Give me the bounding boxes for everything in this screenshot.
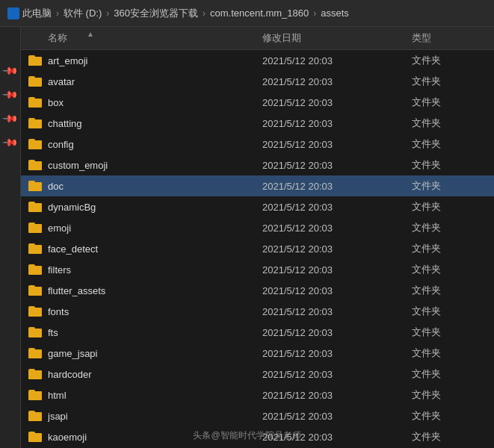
table-row[interactable]: fonts2021/5/12 20:03文件夹 <box>21 301 494 322</box>
file-name: avatar <box>48 76 75 87</box>
file-type: 文件夹 <box>412 75 487 88</box>
column-type-header[interactable]: 类型 <box>412 31 487 45</box>
file-type: 文件夹 <box>412 116 487 130</box>
file-name: filters <box>48 264 71 276</box>
sort-arrow-icon: ▲ <box>87 30 94 38</box>
folder-icon <box>28 160 42 170</box>
file-name: art_emoji <box>48 55 87 66</box>
file-date: 2021/5/12 20:03 <box>262 181 412 192</box>
folder-icon <box>28 139 42 149</box>
folder-icon <box>28 181 42 191</box>
table-row[interactable]: config2021/5/12 20:03文件夹 <box>21 134 494 155</box>
folder-icon <box>28 411 42 421</box>
table-row[interactable]: art_emoji2021/5/12 20:03文件夹 <box>21 50 494 71</box>
file-type: 文件夹 <box>412 346 487 360</box>
file-type: 文件夹 <box>412 326 487 339</box>
file-type: 文件夹 <box>412 96 487 109</box>
table-row[interactable]: dynamicBg2021/5/12 20:03文件夹 <box>21 196 494 217</box>
file-type: 文件夹 <box>412 388 487 402</box>
file-name: config <box>48 139 74 150</box>
file-date: 2021/5/12 20:03 <box>262 223 412 234</box>
breadcrumb-item-drive[interactable]: 软件 (D:) <box>64 7 102 20</box>
column-name-header[interactable]: 名称 <box>28 31 262 45</box>
file-type: 文件夹 <box>412 263 487 276</box>
table-row[interactable]: avatar2021/5/12 20:03文件夹 <box>21 71 494 92</box>
breadcrumb-item-computer[interactable]: 此电脑 <box>22 7 52 20</box>
file-name: dynamicBg <box>48 202 96 213</box>
folder-icon <box>28 118 42 128</box>
file-date: 2021/5/12 20:03 <box>262 411 412 422</box>
table-row[interactable]: game_jsapi2021/5/12 20:03文件夹 <box>21 343 494 364</box>
file-type: 文件夹 <box>412 179 487 193</box>
pin-icon-3[interactable]: 📌 <box>1 109 19 126</box>
file-name: html <box>48 390 67 401</box>
pin-icon-2[interactable]: 📌 <box>1 85 19 102</box>
folder-icon <box>28 264 42 275</box>
sidebar: 📌 📌 📌 📌 <box>0 27 21 448</box>
breadcrumb-item-assets[interactable]: assets <box>321 7 349 19</box>
file-name: doc <box>48 181 64 192</box>
file-area: 名称 ▲ 修改日期 类型 art_emoji2021/5/12 20:03文件夹… <box>21 27 494 448</box>
file-date: 2021/5/12 20:03 <box>262 55 412 66</box>
folder-icon <box>28 243 42 254</box>
folder-icon <box>28 223 42 233</box>
table-row[interactable]: hardcoder2021/5/12 20:03文件夹 <box>21 364 494 385</box>
table-row[interactable]: chatting2021/5/12 20:03文件夹 <box>21 113 494 134</box>
folder-icon <box>28 369 42 379</box>
folder-icon <box>28 55 42 66</box>
file-date: 2021/5/12 20:03 <box>262 264 412 276</box>
file-name: box <box>48 97 64 108</box>
computer-icon <box>7 7 19 19</box>
column-headers: 名称 ▲ 修改日期 类型 <box>21 27 494 50</box>
breadcrumb-separator: › <box>203 8 206 19</box>
file-name: kaoemoji <box>48 432 87 443</box>
file-name: fonts <box>48 306 69 317</box>
file-date: 2021/5/12 20:03 <box>262 139 412 150</box>
file-date: 2021/5/12 20:03 <box>262 202 412 213</box>
table-row[interactable]: html2021/5/12 20:03文件夹 <box>21 385 494 405</box>
table-row[interactable]: box2021/5/12 20:03文件夹 <box>21 92 494 113</box>
folder-icon <box>28 76 42 87</box>
file-name: emoji <box>48 223 71 234</box>
file-date: 2021/5/12 20:03 <box>262 76 412 87</box>
table-row[interactable]: custom_emoji2021/5/12 20:03文件夹 <box>21 155 494 175</box>
pin-icon-4[interactable]: 📌 <box>1 133 19 150</box>
file-type: 文件夹 <box>412 158 487 172</box>
file-type: 文件夹 <box>412 200 487 214</box>
file-name: hardcoder <box>48 369 92 380</box>
file-list: art_emoji2021/5/12 20:03文件夹avatar2021/5/… <box>21 50 494 448</box>
file-date: 2021/5/12 20:03 <box>262 348 412 359</box>
breadcrumb-separator: › <box>313 8 316 19</box>
file-date: 2021/5/12 20:03 <box>262 432 412 443</box>
folder-icon <box>28 327 42 337</box>
file-date: 2021/5/12 20:03 <box>262 118 412 129</box>
table-row[interactable]: flutter_assets2021/5/12 20:03文件夹 <box>21 280 494 301</box>
pin-icon-1[interactable]: 📌 <box>1 61 19 78</box>
file-date: 2021/5/12 20:03 <box>262 306 412 317</box>
table-row[interactable]: filters2021/5/12 20:03文件夹 <box>21 259 494 280</box>
table-row[interactable]: kaoemoji2021/5/12 20:03文件夹 <box>21 426 494 447</box>
column-date-header[interactable]: 修改日期 <box>262 31 412 45</box>
table-row[interactable]: jsapi2021/5/12 20:03文件夹 <box>21 405 494 426</box>
folder-icon <box>28 202 42 212</box>
file-type: 文件夹 <box>412 367 487 381</box>
table-row[interactable]: doc2021/5/12 20:03文件夹 <box>21 175 494 196</box>
file-date: 2021/5/12 20:03 <box>262 327 412 338</box>
breadcrumb-bar: 此电脑 › 软件 (D:) › 360安全浏览器下载 › com.tencent… <box>0 0 494 27</box>
breadcrumb-item-browser[interactable]: 360安全浏览器下载 <box>114 7 198 20</box>
table-row[interactable]: emoji2021/5/12 20:03文件夹 <box>21 217 494 238</box>
table-row[interactable]: face_detect2021/5/12 20:03文件夹 <box>21 238 494 259</box>
file-date: 2021/5/12 20:03 <box>262 243 412 255</box>
breadcrumb-item-package[interactable]: com.tencent.mm_1860 <box>210 7 309 19</box>
file-type: 文件夹 <box>412 284 487 297</box>
file-type: 文件夹 <box>412 430 487 444</box>
file-name: jsapi <box>48 411 68 422</box>
breadcrumb-separator: › <box>106 8 109 19</box>
folder-icon <box>28 432 42 442</box>
folder-icon <box>28 285 42 296</box>
file-type: 文件夹 <box>412 137 487 151</box>
table-row[interactable]: fts2021/5/12 20:03文件夹 <box>21 322 494 343</box>
file-type: 文件夹 <box>412 305 487 318</box>
file-type: 文件夹 <box>412 242 487 255</box>
file-name: game_jsapi <box>48 348 98 359</box>
